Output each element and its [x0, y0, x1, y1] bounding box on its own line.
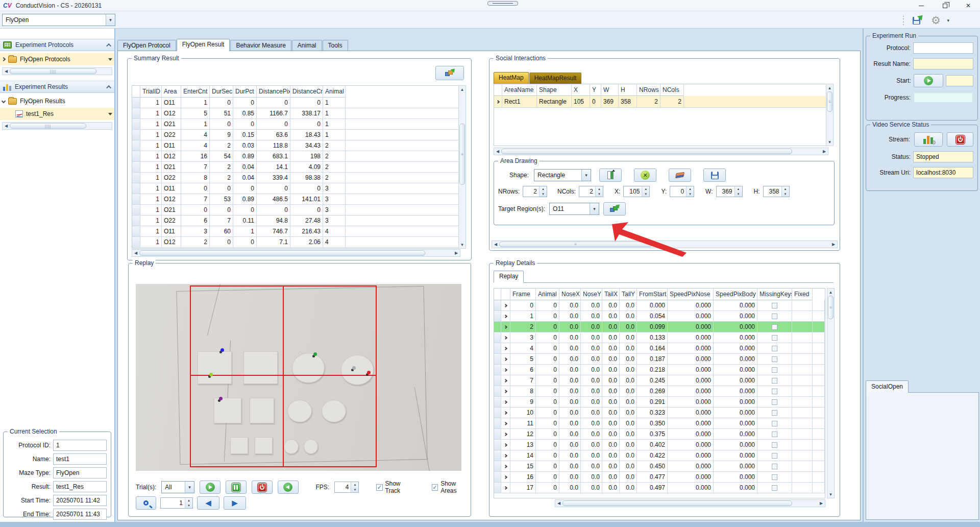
- row-header-cell[interactable]: [494, 365, 501, 375]
- save-export-button[interactable]: [907, 13, 925, 28]
- item-dropdown-icon[interactable]: [108, 58, 112, 61]
- spinner-arrows-icon[interactable]: ▴▾: [595, 186, 603, 197]
- y-spinner[interactable]: 0▴▾: [670, 186, 694, 197]
- row-header-cell[interactable]: [494, 386, 501, 397]
- row-expander-cell[interactable]: [501, 450, 510, 461]
- rewind-button[interactable]: [278, 481, 299, 494]
- prev-frame-button[interactable]: ◀: [197, 496, 219, 510]
- row-expander-cell[interactable]: [501, 386, 510, 397]
- rd-table-row[interactable]: 0 0 0.0 0.0 0.0 0.0 0.000 0.000 0.000: [494, 300, 825, 311]
- summary-table-row[interactable]: 1 O12 16 54 0.89 683.1 198 2: [132, 151, 460, 162]
- row-expander-cell[interactable]: [501, 375, 510, 386]
- row-header-cell[interactable]: [494, 96, 502, 108]
- areas-column-header[interactable]: W: [601, 84, 619, 96]
- summary-vscrollbar[interactable]: ▲ ≡ ▼: [458, 85, 466, 249]
- ncols-spinner[interactable]: 2▴▾: [579, 186, 603, 197]
- summary-column-header[interactable]: Animal: [323, 86, 346, 98]
- row-header-cell[interactable]: [132, 162, 140, 173]
- missingkeys-cell[interactable]: [757, 343, 792, 354]
- scroll-down-icon[interactable]: ▼: [829, 491, 833, 498]
- fps-spinner[interactable]: 4 ▴▾: [334, 482, 359, 493]
- field-value[interactable]: 20250701 11:42: [53, 495, 107, 506]
- scroll-down-icon[interactable]: ▼: [460, 241, 464, 248]
- summary-table-row[interactable]: 1 O12 7 53 0.89 486.5 141.01 3: [132, 194, 460, 205]
- areas-column-header[interactable]: Shape: [537, 84, 572, 96]
- tab-behavior-measure[interactable]: Behavior Measure: [230, 40, 291, 51]
- summary-table-row[interactable]: 1 O22 4 9 0.15 63.6 18.43 1: [132, 130, 460, 140]
- rd-table-row[interactable]: 16 0 0.0 0.0 0.0 0.0 0.477 0.000 0.000: [494, 472, 825, 483]
- show-areas-checkbox[interactable]: ✓ Show Areas: [432, 480, 471, 494]
- frame-spinner[interactable]: 1 ▴▾: [160, 497, 193, 509]
- profile-combo[interactable]: FlyOpen ▾: [2, 14, 115, 26]
- row-expander-cell[interactable]: [501, 408, 510, 418]
- field-value[interactable]: 20250701 11:43: [53, 509, 107, 520]
- chevron-down-icon[interactable]: ▾: [106, 14, 115, 26]
- rd-column-header[interactable]: MissingKeys: [757, 289, 792, 300]
- scrollbar-thumb[interactable]: [501, 149, 792, 154]
- summary-column-header[interactable]: DistancePix: [257, 86, 290, 98]
- scroll-left-icon[interactable]: ◀: [494, 149, 501, 154]
- rd-table-row[interactable]: 13 0 0.0 0.0 0.0 0.0 0.402 0.000 0.000: [494, 440, 825, 450]
- row-expander-cell[interactable]: [501, 472, 510, 483]
- missingkeys-cell[interactable]: [757, 375, 792, 386]
- titlebar-handle[interactable]: [487, 1, 518, 6]
- restore-button[interactable]: [933, 0, 957, 11]
- missingkeys-cell[interactable]: [757, 450, 792, 461]
- field-value[interactable]: test1: [53, 453, 107, 465]
- trials-combo[interactable]: All ▾: [161, 481, 194, 493]
- missingkeys-cell[interactable]: [757, 311, 792, 322]
- rd-table-row[interactable]: 2 0 0.0 0.0 0.0 0.0 0.099 0.000 0.000: [494, 322, 825, 332]
- spinner-arrows-icon[interactable]: ▴▾: [781, 186, 789, 197]
- row-header-cell[interactable]: [132, 183, 140, 194]
- rd-column-header[interactable]: TailX: [602, 289, 620, 300]
- missingkeys-cell[interactable]: [757, 461, 792, 472]
- stream-stats-button[interactable]: ⚙: [914, 132, 943, 147]
- summary-table-row[interactable]: 1 O11 3 60 1 746.7 216.43 4: [132, 226, 460, 237]
- rd-table-row[interactable]: 11 0 0.0 0.0 0.0 0.0 0.350 0.000 0.000: [494, 418, 825, 429]
- missingkeys-cell[interactable]: [757, 418, 792, 429]
- scrollbar-thumb[interactable]: [139, 250, 425, 256]
- summary-table-row[interactable]: 1 O11 4 2 0.03 118.8 34.43 2: [132, 140, 460, 151]
- scroll-right-icon[interactable]: ▶: [818, 501, 825, 506]
- summary-hscrollbar[interactable]: ◀ ▶: [132, 249, 460, 257]
- scroll-left-icon[interactable]: ◀: [555, 501, 562, 506]
- row-header-cell[interactable]: [132, 205, 140, 215]
- scroll-down-icon[interactable]: ▼: [828, 138, 832, 146]
- chevron-down-icon[interactable]: ▾: [581, 170, 591, 181]
- rd-column-header[interactable]: SpeedPixBody: [714, 289, 757, 300]
- row-header-cell[interactable]: [494, 472, 501, 483]
- tab-flyopen-result[interactable]: FlyOpen Result: [177, 39, 230, 51]
- show-track-checkbox[interactable]: ✓ Show Track: [376, 480, 414, 494]
- apply-target-region-button[interactable]: [603, 202, 626, 215]
- rd-table-row[interactable]: 10 0 0.0 0.0 0.0 0.0 0.323 0.000 0.000: [494, 408, 825, 418]
- summary-table-row[interactable]: 1 O11 0 0 0 0 0 3: [132, 183, 460, 194]
- rd-vscrollbar[interactable]: ▲ ≡ ▼: [827, 288, 835, 498]
- clear-areas-button[interactable]: ✕: [634, 169, 656, 182]
- rd-table-row[interactable]: 8 0 0.0 0.0 0.0 0.0 0.269 0.000 0.000: [494, 386, 825, 397]
- rd-column-header[interactable]: Frame: [510, 289, 536, 300]
- field-value[interactable]: test1_Res: [53, 481, 107, 492]
- rd-column-header[interactable]: Fixed: [792, 289, 813, 300]
- summary-table-row[interactable]: 1 O12 2 0 0 7.1 2.06 4: [132, 237, 460, 248]
- row-header-cell[interactable]: [132, 140, 140, 151]
- search-frame-button[interactable]: [136, 496, 156, 510]
- field-value[interactable]: FlyOpen: [53, 467, 107, 478]
- scrollbar-thumb[interactable]: ||||: [10, 123, 86, 129]
- row-expander-cell[interactable]: [501, 483, 510, 493]
- rd-table-row[interactable]: 6 0 0.0 0.0 0.0 0.0 0.218 0.000 0.000: [494, 365, 825, 375]
- field-value[interactable]: 1: [53, 440, 107, 451]
- row-header-cell[interactable]: [494, 483, 501, 493]
- scrollbar-thumb[interactable]: ≡: [828, 296, 834, 319]
- row-header-cell[interactable]: [494, 375, 501, 386]
- start-run-button[interactable]: [914, 74, 943, 87]
- scrollbar-thumb[interactable]: ||||: [10, 68, 96, 74]
- tab-flyopen-protocol[interactable]: FlyOpen Protocol: [117, 40, 176, 51]
- summary-table-row[interactable]: 1 O21 7 2 0.04 14.1 4.09 2: [132, 162, 460, 173]
- scroll-left-icon[interactable]: ◀: [132, 251, 139, 255]
- row-header-cell[interactable]: [494, 300, 501, 311]
- row-header-cell[interactable]: [132, 108, 140, 119]
- missingkeys-cell[interactable]: [757, 483, 792, 493]
- row-header-cell[interactable]: [494, 322, 501, 332]
- row-header-cell[interactable]: [494, 440, 501, 450]
- scroll-up-icon[interactable]: ▲: [460, 86, 464, 93]
